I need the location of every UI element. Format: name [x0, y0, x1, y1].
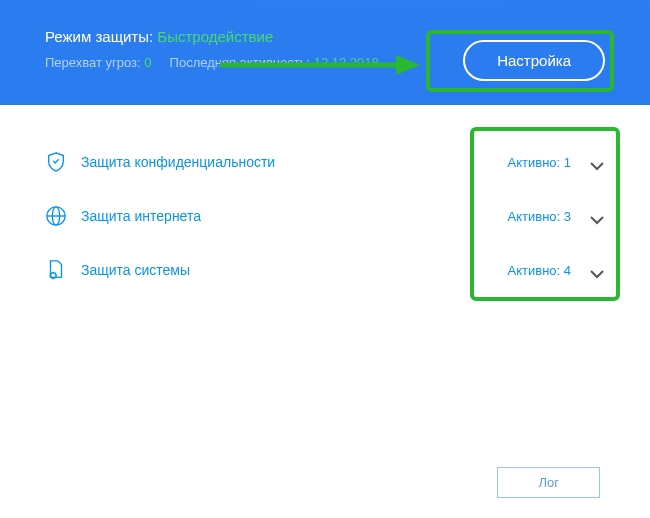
privacy-protection-row[interactable]: Защита конфиденциальности Активно: 1: [45, 135, 605, 189]
system-protection-row[interactable]: Защита системы Активно: 4: [45, 243, 605, 297]
mode-label: Режим защиты:: [45, 28, 157, 45]
activity-label: Последняя активность:: [170, 55, 314, 70]
threats-value: 0: [144, 55, 151, 70]
activity-value: 12.12.2018: [314, 55, 379, 70]
log-button[interactable]: Лог: [497, 467, 600, 498]
settings-button[interactable]: Настройка: [463, 40, 605, 81]
system-label: Защита системы: [81, 262, 508, 278]
shield-icon: [45, 151, 67, 173]
chevron-down-icon: [589, 157, 605, 167]
header-panel: Режим защиты: Быстродействие Перехват уг…: [0, 0, 650, 105]
footer: Лог: [497, 467, 600, 498]
privacy-label: Защита конфиденциальности: [81, 154, 508, 170]
threats-label: Перехват угроз:: [45, 55, 144, 70]
chevron-down-icon: [589, 211, 605, 221]
document-gear-icon: [45, 259, 67, 281]
globe-icon: [45, 205, 67, 227]
chevron-down-icon: [589, 265, 605, 275]
internet-protection-row[interactable]: Защита интернета Активно: 3: [45, 189, 605, 243]
system-status: Активно: 4: [508, 263, 572, 278]
internet-label: Защита интернета: [81, 208, 508, 224]
content-area: Защита конфиденциальности Активно: 1 Защ…: [0, 105, 650, 297]
mode-value: Быстродействие: [157, 28, 273, 45]
internet-status: Активно: 3: [508, 209, 572, 224]
privacy-status: Активно: 1: [508, 155, 572, 170]
